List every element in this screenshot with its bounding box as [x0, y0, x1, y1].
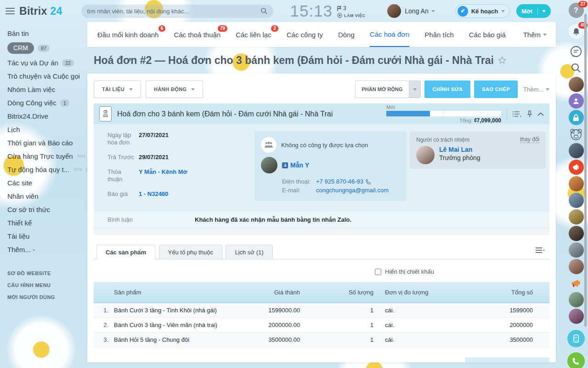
more-actions-link[interactable]: Thêm...	[523, 86, 549, 93]
tab-analytics[interactable]: Phân tích	[424, 22, 453, 47]
contact-link[interactable]: Mẫn Y	[282, 161, 309, 169]
tab-quotes[interactable]: Các báo giá	[469, 22, 506, 47]
user-avatar[interactable]	[569, 226, 584, 241]
tab-more[interactable]: Thêm	[523, 22, 547, 47]
table-row[interactable]: 2. Bánh Cưới 3 tầng - Viên mãn (nhà trai…	[94, 318, 549, 333]
sidebar-item-documents[interactable]: Tài liệu	[7, 230, 87, 243]
sidebar-item-automation[interactable]: Tự động hóa quy t...beta1	[7, 163, 87, 176]
list-view-icon[interactable]	[513, 111, 522, 117]
sitemap-link[interactable]: SƠ ĐỒ WEBSITE	[7, 267, 87, 279]
user-avatar[interactable]	[569, 77, 584, 92]
sidebar-item-sites[interactable]: Các site	[7, 176, 87, 190]
sidebar-item-calendar[interactable]: Lịch	[7, 123, 87, 136]
search-button[interactable]	[569, 60, 584, 75]
change-responsible-link[interactable]: thay đổi	[520, 136, 539, 143]
invite-users-link[interactable]: MỜI NGƯỜI DÙNG	[7, 291, 87, 303]
show-discount-checkbox[interactable]	[375, 269, 381, 275]
sidebar-item-employees[interactable]: Nhân viên	[7, 190, 87, 203]
global-search[interactable]	[81, 5, 273, 18]
work-mode-toggle[interactable]: LÀM VIỆC	[337, 13, 365, 18]
chat-button[interactable]	[569, 44, 584, 59]
sidebar-item-workflows[interactable]: Dòng Công việc1	[7, 96, 87, 109]
search-icon[interactable]	[260, 7, 268, 15]
sidebar-item-workgroups[interactable]: Nhóm Làm việc	[7, 83, 87, 96]
action-button[interactable]: HÀNH ĐỘNG	[146, 80, 203, 98]
tab-products[interactable]: Các sản phẩm	[96, 245, 155, 259]
search-input[interactable]	[87, 8, 260, 15]
table-row[interactable]: 3. Bánh Hỏi 5 tầng - Chung đôi 3500000.0…	[94, 333, 549, 347]
tab-stream[interactable]: Dòng	[338, 22, 355, 47]
announcement-icon[interactable]	[569, 276, 584, 291]
sidebar-item-more[interactable]: Thêm... -	[7, 243, 87, 256]
phone-link[interactable]: +7 925 870-46-93	[316, 178, 371, 185]
deal-link[interactable]: Y Mẫn - Kênh Mở	[139, 168, 187, 183]
tab-companies[interactable]: Các công ty	[287, 22, 323, 47]
user-avatar[interactable]	[569, 193, 584, 208]
tab-leads[interactable]: Đầu mối kinh doanh6	[97, 22, 158, 47]
user-avatar[interactable]	[569, 143, 584, 158]
sidebar-item-online-store[interactable]: Cửa hàng Trực tuyếnbeta	[7, 150, 87, 163]
plan-button[interactable]: Kế hoạch	[455, 4, 510, 18]
collapse-chevron-icon[interactable]	[537, 112, 544, 116]
responsible-name[interactable]: Lê Mai Lan	[439, 146, 481, 153]
app-logo[interactable]: Bitrix 24	[19, 5, 62, 17]
chevron-down-icon[interactable]	[409, 81, 420, 98]
contact-avatar[interactable]	[261, 157, 277, 173]
user-menu[interactable]: Long An	[405, 7, 435, 15]
configure-menu-link[interactable]: CẤU HÌNH MENU	[7, 279, 87, 291]
user-avatar[interactable]	[569, 209, 584, 224]
progress-bar[interactable]	[386, 111, 501, 116]
tab-history[interactable]: Lịch sử (1)	[226, 245, 272, 259]
security-button[interactable]	[569, 110, 584, 125]
responsible-box: Người có trách nhiệm thay đổi Lê Mai Lan…	[410, 132, 546, 169]
user-avatar[interactable]	[569, 259, 584, 274]
responsible-avatar[interactable]	[416, 146, 435, 164]
document-button[interactable]: TÀI LIỆU	[94, 80, 141, 98]
employees-button[interactable]	[569, 93, 584, 109]
copy-button[interactable]: SAO CHÉP	[474, 80, 518, 98]
notifications-button[interactable]: 49	[569, 24, 584, 39]
favorite-star-icon[interactable]	[498, 56, 506, 64]
flag-counter[interactable]: 3	[337, 5, 365, 12]
help-button[interactable]: ?27	[569, 3, 584, 18]
email-link[interactable]: congchungnga@gmail.com	[316, 187, 389, 194]
user-avatar[interactable]	[387, 4, 401, 18]
mobile-app-button[interactable]	[567, 330, 585, 347]
user-avatar[interactable]	[569, 242, 584, 258]
field-label: Báo giá	[107, 190, 135, 198]
sidebar-item-drive[interactable]: Bitrix24.Drive	[7, 109, 87, 123]
sidebar-item-knowledge-base[interactable]: Cơ sở tri thức	[7, 203, 87, 216]
user-avatar[interactable]	[569, 176, 584, 191]
user-avatar[interactable]	[569, 292, 584, 307]
clock[interactable]: 15:13	[290, 2, 333, 20]
hamburger-menu-icon[interactable]	[6, 8, 15, 14]
tab-invoices[interactable]: Các hoá đơn	[370, 22, 410, 47]
sidebar-item-tasks[interactable]: Tác vụ và Dự án22	[7, 56, 87, 69]
sidebar-item-design[interactable]: Thiết kế	[7, 216, 87, 230]
table-row[interactable]: 1. Bánh Cưới 3 tầng - Tinh Khôi (nhà gái…	[94, 303, 549, 318]
bear-sketch-icon[interactable]	[569, 126, 584, 142]
user-avatar[interactable]	[569, 309, 584, 324]
counter-badge: 2	[271, 25, 278, 32]
tab-label: Các công ty	[287, 31, 323, 39]
table-settings-icon[interactable]	[536, 247, 545, 255]
tab-contacts[interactable]: Các liên lạc2	[236, 22, 271, 47]
quote-link[interactable]: 1 - N32480	[139, 190, 168, 198]
edit-button[interactable]: CHỈNH SỬA	[424, 80, 470, 98]
pin-icon[interactable]	[527, 110, 532, 118]
field-value: 27/07/2021	[139, 132, 169, 146]
sidebar-item-newsfeed[interactable]: Bản tin	[7, 27, 87, 40]
tab-dependencies[interactable]: Yếu tố phụ thuộc	[159, 245, 222, 259]
extension-split-button[interactable]: PHẦN MỞ RỘNG	[355, 80, 421, 98]
invite-button[interactable]: Mời	[516, 4, 551, 18]
vertical-scrollbar[interactable]	[584, 14, 587, 327]
stage-progress[interactable]: Mới Tổng: ₫7,099,000	[386, 104, 501, 124]
comment-label: Bình luận	[94, 216, 195, 223]
sidebar-item-time-reports[interactable]: Thời gian và Báo cáo	[7, 136, 87, 150]
call-button[interactable]	[567, 352, 585, 368]
field-row: Ngày lập hóa đơn27/07/2021	[107, 132, 254, 146]
marketing-button[interactable]	[569, 160, 584, 175]
sidebar-item-chat[interactable]: Trò chuyện và Cuộc gọi	[7, 69, 87, 83]
sidebar-item-crm[interactable]: CRM87	[7, 40, 87, 56]
tab-deals[interactable]: Các thoả thuận79	[174, 22, 220, 47]
